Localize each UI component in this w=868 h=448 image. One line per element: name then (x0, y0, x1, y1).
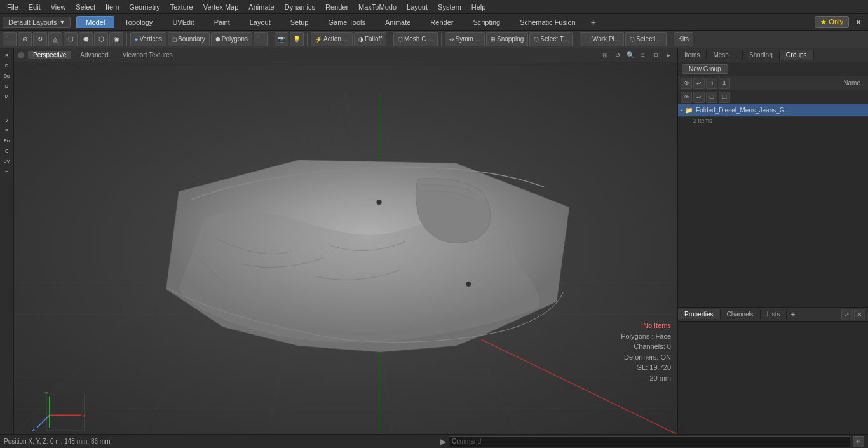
tb-mode-8[interactable]: ◉ (109, 32, 123, 46)
tb-mode-7[interactable]: ⬡ (94, 32, 108, 46)
tb-light[interactable]: 💡 (290, 32, 304, 46)
tab-schematic-fusion[interactable]: Schematic Fusion (510, 16, 585, 28)
kits-button[interactable]: Kits (674, 32, 693, 46)
command-field[interactable] (449, 436, 850, 447)
vp-icon-fullscreen[interactable]: ▸ (663, 50, 674, 60)
sidebar-icon-c[interactable]: C (1, 146, 13, 155)
menu-item[interactable]: Item (101, 2, 123, 12)
vertices-button[interactable]: ● Vertices (130, 32, 166, 46)
falloff-button[interactable]: ◑ Falloff (354, 32, 386, 46)
sidebar-icon-d[interactable]: D (1, 61, 13, 70)
menu-vertex-map[interactable]: Vertex Map (199, 2, 243, 12)
sidebar-icon-d2[interactable]: D (1, 81, 13, 90)
gi2-eye[interactable]: 👁 (681, 92, 692, 103)
tab-setup[interactable]: Setup (281, 16, 318, 28)
layout-dropdown[interactable]: Default Layouts ▼ (3, 17, 71, 28)
menu-edit[interactable]: Edit (24, 2, 45, 12)
vp-tab-textures[interactable]: Viewport Textures (118, 51, 178, 59)
action-button[interactable]: ⚡ Action ... (311, 32, 353, 46)
sidebar-icon-m[interactable]: M (1, 92, 13, 100)
vp-icon-settings[interactable]: ⚙ (651, 50, 661, 60)
sidebar-icon-v[interactable]: V (1, 116, 13, 125)
tb-camera[interactable]: 📷 (275, 32, 288, 46)
vp-tab-advanced[interactable]: Advanced (75, 51, 113, 59)
polygons-button[interactable]: ⬟ Polygons (211, 32, 252, 46)
close-button[interactable]: ✕ (851, 17, 865, 28)
tab-animate[interactable]: Animate (376, 16, 420, 28)
vp-icon-menu[interactable]: ≡ (638, 50, 648, 60)
groups-tab-items[interactable]: Items (678, 50, 707, 60)
right-panel: Items Mesh ... Shading Groups New Group … (677, 48, 868, 434)
prop-tab-lists[interactable]: Lists (761, 309, 787, 319)
viewport-dot[interactable] (18, 52, 24, 58)
tb-mode-3[interactable]: ↻ (33, 32, 47, 46)
tab-render[interactable]: Render (421, 16, 463, 28)
prop-close-icon[interactable]: ✕ (854, 309, 865, 320)
sidebar-icon-b[interactable]: B (1, 51, 13, 60)
menu-render[interactable]: Render (321, 2, 353, 12)
tab-game-tools[interactable]: Game Tools (318, 16, 375, 28)
vp-icon-expand[interactable]: ⊞ (600, 50, 610, 60)
prop-tab-plus[interactable]: + (787, 309, 799, 320)
tb-mode-5[interactable]: ⬡ (64, 32, 78, 46)
menu-select[interactable]: Select (71, 2, 100, 12)
menu-system[interactable]: System (433, 2, 466, 12)
tb-mode-1[interactable]: ⬛ (3, 32, 17, 46)
tb-mode-4[interactable]: ◬ (48, 32, 62, 46)
tab-uvedit[interactable]: UVEdit (163, 16, 203, 28)
mesh-c-button[interactable]: ⬡ Mesh C ... (393, 32, 438, 46)
gi-info[interactable]: ℹ (706, 78, 717, 89)
work-pl-button[interactable]: ⬛ Work Pl... (580, 32, 624, 46)
viewport-area[interactable]: Perspective Advanced Viewport Textures ⊞… (14, 48, 677, 434)
prop-expand-icon[interactable]: ⤢ (841, 309, 853, 320)
vp-icon-rotate[interactable]: ↺ (613, 50, 623, 60)
sidebar-icon-po[interactable]: Po (1, 136, 13, 145)
group-list-item[interactable]: ▸ 📁 Folded_Diesel_Mens_Jeans_G... (678, 104, 868, 117)
tab-topology[interactable]: Topology (115, 16, 162, 28)
symm-button[interactable]: ⇔ Symm ... (445, 32, 485, 46)
menu-layout[interactable]: Layout (402, 2, 432, 12)
star-only-button[interactable]: ★ Only (815, 16, 849, 28)
menu-maxtomodo[interactable]: MaxToModo (354, 2, 401, 12)
command-go-button[interactable]: ↵ (853, 436, 864, 447)
menu-dynamics[interactable]: Dynamics (280, 2, 320, 12)
gi2-undo[interactable]: ↩ (693, 92, 705, 103)
sidebar-icon-f[interactable]: F (1, 166, 13, 175)
menu-view[interactable]: View (46, 2, 71, 12)
vp-icon-zoom[interactable]: 🔍 (625, 50, 635, 60)
tb-mode-2[interactable]: ⊕ (18, 32, 32, 46)
selecti-button[interactable]: ⬡ Selecti ... (625, 32, 667, 46)
tb-extra[interactable]: ⬛ (254, 32, 268, 46)
gi-down[interactable]: ⬇ (719, 78, 730, 89)
viewport-canvas[interactable]: X Y Z No Items Polygons : Face Channels:… (14, 62, 677, 434)
prop-tab-channels[interactable]: Channels (721, 309, 761, 319)
new-group-button[interactable]: New Group (682, 64, 728, 74)
sidebar-icon-du[interactable]: Du (1, 71, 13, 80)
gi-undo[interactable]: ↩ (693, 78, 705, 89)
tab-layout[interactable]: Layout (240, 16, 280, 28)
tab-paint[interactable]: Paint (205, 16, 240, 28)
select-t-button[interactable]: ⬡ Select T... (529, 32, 573, 46)
gi2-check1[interactable]: ☐ (706, 92, 717, 103)
menu-geometry[interactable]: Geometry (125, 2, 164, 12)
sidebar-icon-e[interactable]: E (1, 126, 13, 135)
groups-tab-shading[interactable]: Shading (743, 50, 780, 60)
vp-tab-perspective[interactable]: Perspective (28, 51, 71, 59)
menu-animate[interactable]: Animate (244, 2, 278, 12)
gi2-check2[interactable]: ☐ (719, 92, 730, 103)
menu-file[interactable]: File (3, 2, 23, 12)
sidebar-icon-uv[interactable]: UV (1, 156, 13, 165)
group-item-arrow: ▸ (681, 107, 683, 113)
groups-tab-groups[interactable]: Groups (780, 50, 814, 60)
tb-mode-6[interactable]: ⬣ (79, 32, 93, 46)
tab-scripting[interactable]: Scripting (463, 16, 510, 28)
tab-model[interactable]: Model (76, 16, 114, 28)
menu-texture[interactable]: Texture (166, 2, 198, 12)
snapping-button[interactable]: ⊞ Snapping (486, 32, 528, 46)
gi-eye[interactable]: 👁 (681, 78, 692, 89)
groups-tab-mesh[interactable]: Mesh ... (707, 50, 743, 60)
boundary-button[interactable]: ◻ Boundary (168, 32, 210, 46)
menu-help[interactable]: Help (467, 2, 491, 12)
prop-tab-properties[interactable]: Properties (678, 309, 721, 319)
layout-tab-plus[interactable]: + (586, 15, 601, 29)
